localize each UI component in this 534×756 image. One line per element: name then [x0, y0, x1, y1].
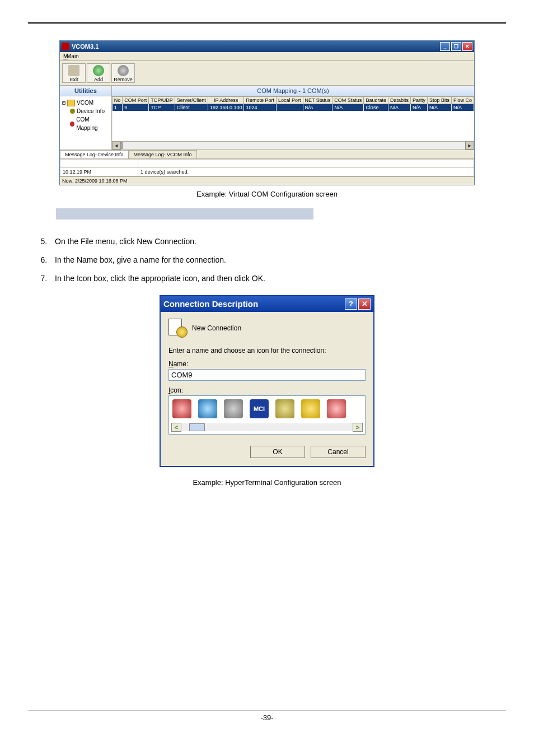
toolbar-add-label: Add [87, 77, 110, 82]
cell-databits: N/A [388, 104, 410, 111]
steps-list: On the File menu, click New Connection. … [28, 236, 506, 284]
icon-scrollbar[interactable]: < > [171, 423, 363, 432]
icon-option-3[interactable] [224, 399, 243, 418]
grid-row-1[interactable]: 1 9 TCP Client 192.168.0.100 1024 N/A N/… [112, 104, 474, 111]
cell-net-status: N/A [303, 104, 332, 111]
step-5: On the File menu, click New Connection. [49, 236, 506, 247]
toolbar-exit[interactable]: Exit [62, 63, 86, 83]
col-local-port[interactable]: Local Port [276, 97, 303, 104]
grid-hscroll[interactable]: ◄ ► [112, 141, 474, 150]
com-mapping-icon [70, 122, 74, 127]
statusbar: Now: 2/25/2009 10:16:08 PM [60, 176, 474, 185]
dialog-prompt: Enter a name and choose an icon for the … [168, 347, 366, 354]
col-flow[interactable]: Flow Co [451, 97, 474, 104]
icon-option-6[interactable] [301, 399, 320, 418]
icon-label: Icon: [168, 386, 366, 394]
new-connection-icon [168, 319, 188, 338]
tab-vcom-info[interactable]: Message Log- VCOM Info [129, 150, 197, 158]
tree-com-mapping-label: COM Mapping [76, 115, 109, 132]
dialog-help-button[interactable]: ? [345, 298, 357, 310]
cell-parity: N/A [410, 104, 427, 111]
grid-empty [112, 111, 474, 141]
cell-serverclient: Client [175, 104, 208, 111]
tree-root[interactable]: ⊟ VCOM [62, 99, 109, 107]
scroll-thumb[interactable] [121, 142, 123, 149]
folder-icon [67, 100, 75, 106]
col-databits[interactable]: Databits [388, 97, 410, 104]
vcom-app-icon [62, 43, 69, 50]
scroll-track[interactable] [121, 142, 465, 149]
icon-option-5[interactable] [275, 399, 294, 418]
cancel-button[interactable]: Cancel [311, 446, 366, 458]
icon-option-2[interactable] [198, 399, 217, 418]
name-input[interactable] [168, 369, 366, 381]
sidebar-header: Utilities [60, 86, 111, 96]
tab-device-info[interactable]: Message Log- Device Info [60, 150, 129, 158]
close-button[interactable]: ✕ [462, 42, 472, 51]
icon-scroll-right[interactable]: > [353, 423, 363, 432]
icon-scroll-track[interactable] [181, 423, 353, 431]
grid-header-row: No COM Port TCP/UDP Server/Client IP Add… [112, 97, 474, 104]
col-baudrate[interactable]: Baudrate [364, 97, 388, 104]
vcom-title: VCOM3.1 [72, 43, 99, 50]
col-ip[interactable]: IP Address [208, 97, 244, 104]
grid: No COM Port TCP/UDP Server/Client IP Add… [112, 96, 474, 150]
tree-root-label: VCOM [77, 99, 93, 107]
log-tabs: Message Log- Device Info Message Log- VC… [60, 150, 474, 158]
col-no[interactable]: No [112, 97, 123, 104]
icon-mci-label: MCI [250, 399, 269, 418]
col-remote-port[interactable]: Remote Port [244, 97, 277, 104]
col-comport[interactable]: COM Port [123, 97, 149, 104]
icon-option-1[interactable] [172, 399, 191, 418]
new-connection-label: New Connection [192, 324, 241, 332]
vcom-toolbar: Exit Add Remove [60, 61, 474, 86]
cell-local-port [276, 104, 303, 111]
minimize-button[interactable]: _ [440, 42, 450, 51]
cell-remote-port: 1024 [244, 104, 277, 111]
tree-com-mapping[interactable]: COM Mapping [62, 115, 109, 132]
cell-no: 1 [112, 104, 123, 111]
device-info-icon [70, 109, 75, 114]
toolbar-remove[interactable]: Remove [111, 63, 135, 83]
col-com-status[interactable]: COM Status [332, 97, 364, 104]
cell-tcpudp: TCP [149, 104, 175, 111]
vcom-menubar[interactable]: MMain [60, 52, 474, 61]
tree-device-info[interactable]: Device Info [62, 107, 109, 115]
icon-scroll-left[interactable]: < [171, 423, 181, 432]
dialog-close-button[interactable]: ✕ [358, 298, 371, 310]
vcom-sidebar: Utilities ⊟ VCOM Device Info COM Mapping [60, 86, 112, 150]
main-header: COM Mapping - 1 COM(s) [112, 86, 474, 96]
vcom-titlebar: VCOM3.1 _ ❐ ✕ [60, 41, 474, 52]
vcom-window: VCOM3.1 _ ❐ ✕ MMain Exit Add Remove [59, 40, 475, 185]
icon-scroll-thumb[interactable] [189, 423, 205, 431]
blue-bar [56, 208, 313, 220]
log-time: 10:12:19 PM [60, 168, 138, 176]
scroll-left-icon[interactable]: ◄ [112, 142, 121, 150]
cell-comport: 9 [123, 104, 149, 111]
add-icon [93, 65, 104, 76]
log-msg: 1 device(s) searched. [138, 168, 474, 176]
icon-option-7[interactable] [327, 399, 346, 418]
toolbar-remove-label: Remove [112, 77, 134, 82]
maximize-button[interactable]: ❐ [451, 42, 461, 51]
icon-picker: MCI < > [168, 395, 366, 435]
menu-main[interactable]: Main [67, 53, 79, 59]
cell-baudrate: Close [364, 104, 388, 111]
caption-vcom: Example: Virtual COM Configuration scree… [28, 190, 506, 198]
connection-dialog: Connection Description ? ✕ New Connectio… [160, 295, 374, 467]
cell-ip: 192.168.0.100 [208, 104, 244, 111]
col-serverclient[interactable]: Server/Client [175, 97, 208, 104]
tree: ⊟ VCOM Device Info COM Mapping [60, 96, 111, 134]
scroll-right-icon[interactable]: ► [465, 142, 474, 150]
remove-icon [118, 65, 129, 76]
cell-flow: N/A [451, 104, 474, 111]
icon-option-4[interactable]: MCI [250, 399, 269, 418]
col-stopbits[interactable]: Stop Bits [427, 97, 451, 104]
ok-button[interactable]: OK [250, 446, 305, 458]
footer-rule [28, 711, 506, 711]
toolbar-add[interactable]: Add [87, 63, 110, 83]
col-parity[interactable]: Parity [410, 97, 427, 104]
col-tcpudp[interactable]: TCP/UDP [149, 97, 175, 104]
page-number: -39- [28, 713, 506, 722]
col-net-status[interactable]: NET Status [303, 97, 332, 104]
